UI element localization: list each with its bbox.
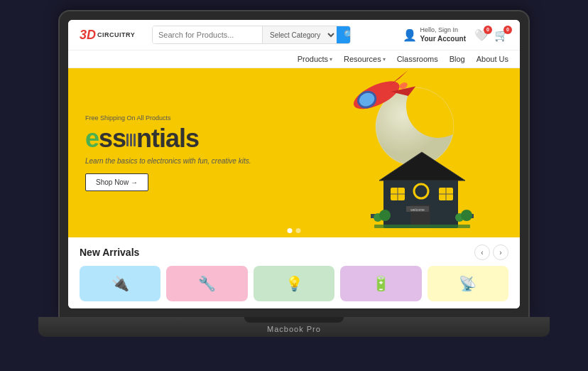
svg-point-4 (350, 75, 403, 114)
hero-banner: Free Shipping On All Products ess ntials… (68, 68, 520, 237)
dot-1[interactable] (288, 228, 293, 233)
cart-icon-wrap[interactable]: 🛒 0 (494, 28, 508, 42)
logo[interactable]: 3D CIRCUITRY (80, 28, 143, 43)
nav-item-about[interactable]: About Us (477, 55, 508, 63)
product-card-1[interactable]: 🔌 (80, 266, 160, 301)
category-select[interactable]: Select Category (262, 26, 337, 43)
new-arrivals-section: New Arrivals ‹ › 🔌 🔧 (68, 237, 520, 308)
product-card-5[interactable]: 📡 (428, 266, 508, 301)
header: 3D CIRCUITRY Select Category 🔍 (68, 20, 520, 50)
hero-title-ss: ss (99, 124, 126, 153)
search-bar: Select Category 🔍 (152, 26, 351, 44)
svg-text:welcome: welcome (410, 208, 425, 212)
resources-dropdown-icon: ▾ (383, 56, 386, 63)
svg-marker-11 (379, 152, 465, 181)
svg-point-20 (417, 187, 425, 195)
card-4-icon: 🔋 (372, 275, 390, 292)
hero-content: Free Shipping On All Products ess ntials… (68, 100, 268, 205)
svg-point-26 (379, 210, 391, 221)
logo-name: CIRCUITRY (97, 31, 135, 38)
hero-visual: welcome (307, 75, 477, 232)
card-3-icon: 💡 (285, 275, 303, 292)
search-button[interactable]: 🔍 (337, 26, 351, 43)
shop-now-button[interactable]: Shop Now → (85, 173, 148, 191)
account-text: Hello, Sign In Your Account (420, 26, 466, 44)
product-cards: 🔌 🔧 💡 🔋 📡 (80, 266, 508, 301)
products-dropdown-icon: ▾ (330, 56, 332, 63)
house: welcome (371, 146, 474, 228)
card-5-icon: 📡 (459, 275, 477, 292)
product-card-2[interactable]: 🔧 (166, 266, 247, 301)
section-title: New Arrivals (80, 247, 139, 258)
carousel-dots (288, 228, 301, 233)
dot-2[interactable] (296, 228, 301, 233)
prev-button[interactable]: ‹ (474, 244, 490, 260)
carousel-nav: ‹ › (474, 244, 508, 260)
screen: 3D CIRCUITRY Select Category 🔍 (68, 20, 520, 308)
product-card-3[interactable]: 💡 (254, 266, 334, 301)
svg-point-28 (461, 210, 472, 221)
product-card-4[interactable]: 🔋 (340, 266, 421, 301)
laptop-model-label: Macbook Pro (267, 325, 321, 333)
screen-bezel: 3D CIRCUITRY Select Category 🔍 (60, 11, 528, 317)
free-shipping-text: Free Shipping On All Products (85, 114, 251, 122)
logo-prefix: 3D (80, 28, 96, 43)
hero-title-ntials: ntials (136, 124, 199, 153)
hero-subtitle: Learn the basics to electronics with fun… (85, 157, 251, 165)
hero-title-e: e (85, 124, 99, 153)
cart-badge: 0 (503, 26, 512, 34)
nav-item-classrooms[interactable]: Classrooms (397, 55, 438, 63)
card-1-icon: 🔌 (111, 275, 129, 292)
hero-title: ess ntials (85, 126, 251, 151)
navbar: Products ▾ Resources ▾ Classrooms Blog A (68, 50, 520, 68)
laptop: 3D CIRCUITRY Select Category 🔍 (38, 11, 550, 360)
website: 3D CIRCUITRY Select Category 🔍 (68, 20, 520, 308)
svg-rect-31 (374, 225, 470, 228)
search-input[interactable] (153, 26, 262, 43)
laptop-base: Macbook Pro (38, 317, 550, 337)
nav-item-products[interactable]: Products ▾ (298, 55, 332, 63)
wishlist-icon-wrap[interactable]: 🤍 0 (474, 28, 489, 42)
nav-item-blog[interactable]: Blog (450, 55, 465, 63)
nav-item-resources[interactable]: Resources ▾ (344, 55, 386, 63)
wishlist-badge: 0 (484, 26, 492, 34)
account-info[interactable]: 👤 Hello, Sign In Your Account (403, 26, 466, 44)
header-right: 👤 Hello, Sign In Your Account 🤍 0 (403, 26, 508, 44)
account-icon: 👤 (403, 28, 417, 42)
cart-icons: 🤍 0 🛒 0 (474, 28, 508, 42)
card-2-icon: 🔧 (198, 275, 216, 292)
next-button[interactable]: › (493, 244, 508, 260)
logo-text: CIRCUITRY (97, 31, 135, 38)
house-svg: welcome (371, 146, 474, 228)
circuit-decoration (126, 134, 136, 146)
section-header: New Arrivals ‹ › (80, 244, 508, 260)
